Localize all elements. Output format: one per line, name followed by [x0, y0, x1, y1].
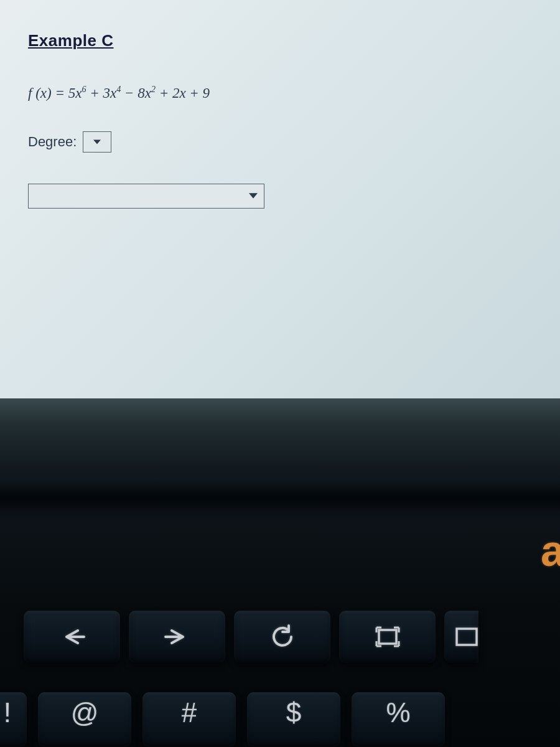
- degree-select[interactable]: [83, 131, 111, 153]
- at-key[interactable]: @: [38, 692, 131, 747]
- svg-rect-1: [457, 629, 477, 645]
- percent-key[interactable]: %: [352, 692, 445, 747]
- svg-rect-0: [379, 630, 396, 644]
- forward-key[interactable]: [129, 611, 225, 663]
- fullscreen-icon: [375, 626, 400, 647]
- degree-row: Degree:: [28, 131, 532, 153]
- laptop-base: a: [0, 398, 560, 747]
- brand-logo-fragment: a: [541, 526, 560, 576]
- back-key[interactable]: [24, 611, 120, 663]
- example-title: Example C: [28, 31, 532, 50]
- degree-label: Degree:: [28, 134, 77, 150]
- arrow-right-icon: [164, 628, 190, 646]
- window-icon: [455, 627, 478, 646]
- exclaim-key[interactable]: !: [0, 692, 27, 747]
- hash-key[interactable]: #: [142, 692, 236, 747]
- fullscreen-key[interactable]: [339, 611, 436, 663]
- dollar-key[interactable]: $: [247, 692, 340, 747]
- hinge-shadow: [0, 479, 560, 517]
- screen-bezel: [0, 398, 560, 467]
- polynomial-equation: f (x) = 5x6 + 3x4 − 8x2 + 2x + 9: [28, 85, 532, 101]
- number-key-row: ! @ # $ %: [5, 692, 445, 747]
- quiz-content-panel: Example C f (x) = 5x6 + 3x4 − 8x2 + 2x +…: [0, 0, 560, 398]
- function-key-row: [24, 611, 478, 663]
- overview-key[interactable]: [444, 611, 478, 663]
- refresh-icon: [270, 624, 295, 649]
- arrow-left-icon: [59, 628, 85, 646]
- refresh-key[interactable]: [234, 611, 330, 663]
- answer-select[interactable]: [28, 184, 264, 209]
